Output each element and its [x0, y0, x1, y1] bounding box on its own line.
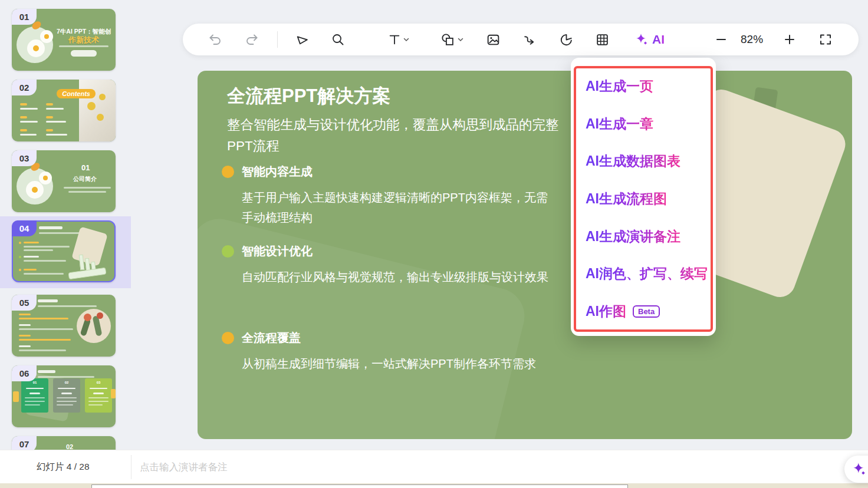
- bullet-item-3[interactable]: 全流程覆盖 从初稿生成到细节编辑，一站式解决PPT制作各环节需求: [222, 330, 553, 374]
- thumb2-number: 02: [12, 80, 37, 95]
- menu-item-ai-polish-expand-continue[interactable]: AI润色、扩写、续写: [571, 255, 716, 293]
- decor: [88, 397, 108, 398]
- menu-item-label: AI润色、扩写、续写: [586, 265, 708, 283]
- fullscreen-button[interactable]: [815, 29, 836, 50]
- flower-illustration: [17, 163, 59, 208]
- chevron-down-icon: [458, 38, 463, 42]
- decor: [57, 397, 77, 398]
- contents-badge: Contents: [57, 89, 96, 98]
- menu-item-ai-generate-speaker-notes[interactable]: AI生成演讲备注: [571, 217, 716, 255]
- menu-item-ai-generate-chapter[interactable]: AI生成一章: [571, 105, 716, 143]
- redo-button[interactable]: [241, 29, 262, 50]
- decor: [24, 273, 64, 275]
- toolbar-divider: [277, 31, 278, 48]
- decor: [46, 129, 53, 131]
- chevron-down-icon: [403, 38, 409, 42]
- menu-item-label: AI生成数据图表: [586, 152, 680, 170]
- text-tool-button[interactable]: [383, 29, 414, 50]
- bullet-item-1[interactable]: 智能内容生成 基于用户输入主题快速构建逻辑清晰的PPT内容框架，无需手动梳理结构: [222, 164, 553, 227]
- zoom-out-button[interactable]: [711, 29, 732, 50]
- bullet-dot: [222, 245, 234, 258]
- decor: [24, 242, 39, 243]
- search-icon: [331, 32, 345, 47]
- thumb3-number: 03: [12, 150, 37, 166]
- bullet-description: 自动匹配行业风格与视觉规范，输出专业级排版与设计效果: [242, 267, 553, 287]
- ai-menu-items: AI生成一页 AI生成一章 AI生成数据图表 AI生成流程图 AI生成演讲备注 …: [571, 68, 716, 330]
- decor: [46, 116, 53, 118]
- thumb6-card1-number: 01: [33, 381, 37, 384]
- decor: [84, 314, 91, 321]
- connector-tool-button[interactable]: [518, 29, 540, 50]
- image-tool-button[interactable]: [482, 29, 504, 50]
- bullet-heading: 智能内容生成: [242, 164, 313, 180]
- zoom-level-value[interactable]: 82%: [741, 24, 763, 55]
- decor: [24, 269, 37, 271]
- menu-item-ai-generate-flowchart[interactable]: AI生成流程图: [571, 180, 716, 218]
- decor: [19, 314, 31, 315]
- pie-chart-icon: [559, 32, 574, 47]
- speaker-notes-input[interactable]: 点击输入演讲者备注: [140, 450, 228, 484]
- connector-icon: [522, 32, 537, 47]
- daisy-icon: [26, 181, 44, 199]
- decor: [59, 45, 108, 47]
- text-icon: [388, 33, 401, 46]
- menu-item-ai-generate-page[interactable]: AI生成一页: [571, 68, 716, 105]
- decor: [57, 401, 77, 402]
- decor: [19, 328, 73, 330]
- decor: [20, 134, 37, 136]
- decor: [39, 226, 63, 229]
- zoom-in-button[interactable]: [779, 29, 800, 50]
- undo-icon: [208, 32, 222, 47]
- thumb6-card-3: 03: [85, 378, 112, 413]
- decor: [20, 121, 38, 123]
- decor: [64, 187, 111, 189]
- decor: [25, 397, 45, 398]
- thumb6-card-1: 01: [21, 378, 48, 413]
- decor: [25, 401, 45, 402]
- chart-tool-button[interactable]: [555, 29, 577, 50]
- decor: [87, 102, 96, 110]
- slide-subtitle[interactable]: 整合智能生成与设计优化功能，覆盖从构思到成品的完整PPT流程: [227, 114, 581, 157]
- ai-dropdown-menu: AI生成一页 AI生成一章 AI生成数据图表 AI生成流程图 AI生成演讲备注 …: [571, 58, 716, 336]
- table-tool-button[interactable]: [591, 29, 613, 50]
- image-icon: [486, 32, 501, 47]
- decor: [20, 129, 27, 131]
- menu-item-ai-draw[interactable]: AI作图 Beta: [571, 292, 716, 330]
- decor: [97, 114, 104, 121]
- decor: [19, 335, 31, 337]
- ai-menu-button[interactable]: AI: [629, 29, 670, 50]
- decor: [20, 103, 27, 105]
- decor: [24, 256, 39, 258]
- slide-canvas[interactable]: 全流程PPT解决方案 整合智能生成与设计优化功能，覆盖从构思到成品的完整PPT流…: [198, 71, 852, 439]
- thumb4-number: 04: [12, 220, 37, 236]
- floating-ai-assistant-button[interactable]: AI: [844, 456, 868, 483]
- undo-button[interactable]: [205, 29, 226, 50]
- decor: [111, 389, 116, 398]
- shapes-tool-button[interactable]: [435, 29, 468, 50]
- menu-item-ai-generate-data-chart[interactable]: AI生成数据图表: [571, 143, 716, 180]
- decor: [46, 103, 53, 105]
- redo-icon: [245, 32, 259, 47]
- daisy-icon: [39, 172, 52, 184]
- bullet-description: 从初稿生成到细节编辑，一站式解决PPT制作各环节需求: [242, 354, 553, 374]
- thumb3-caption: 公司简介: [73, 175, 97, 183]
- menu-item-label: AI作图: [586, 302, 626, 321]
- decor: [19, 318, 68, 319]
- statusbar-divider: [131, 455, 131, 479]
- slide-thumbnail-panel: 7牛AI PPT：智能创 作新技术 01 Contents 02: [0, 0, 131, 450]
- decor: [19, 324, 31, 326]
- decor: [19, 242, 21, 244]
- daisy-icon: [27, 39, 45, 57]
- ai-sparkle-icon: [852, 461, 867, 477]
- slide-title[interactable]: 全流程PPT解决方案: [227, 84, 390, 108]
- decor: [90, 388, 107, 389]
- decor: [99, 94, 106, 100]
- search-button[interactable]: [327, 29, 348, 50]
- present-pointer-button[interactable]: [291, 29, 313, 50]
- bullet-item-2[interactable]: 智能设计优化 自动匹配行业风格与视觉规范，输出专业级排版与设计效果: [222, 243, 553, 287]
- decor: [38, 299, 58, 302]
- decor: [71, 50, 97, 57]
- decor: [46, 134, 67, 136]
- decor: [88, 401, 108, 402]
- decor: [61, 393, 72, 394]
